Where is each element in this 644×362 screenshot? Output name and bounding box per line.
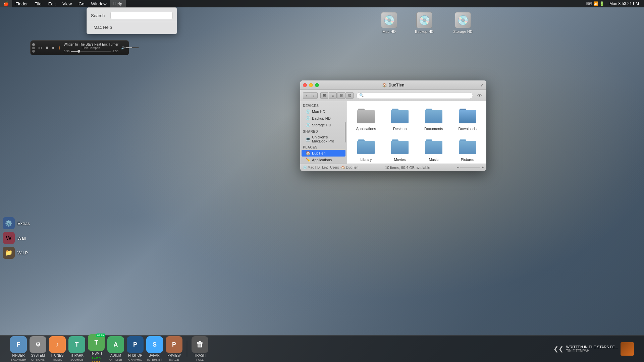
itunes-dock-icon: ♪ <box>49 336 66 353</box>
progress-bar-track[interactable] <box>71 51 111 52</box>
storage-hd-icon[interactable]: 💿 Storage HD <box>449 12 476 34</box>
finder-menu[interactable]: Finder <box>12 0 31 7</box>
movies-folder[interactable]: Movies <box>384 135 416 164</box>
sidebar-backup-hd[interactable]: 💿 Backup HD <box>300 115 347 122</box>
bc-users[interactable]: Users <box>330 166 339 169</box>
resize-handle[interactable] <box>482 166 486 170</box>
tnsmit-dock-item[interactable]: T 89.9K TNSMIT 89.9 K 41.0 K <box>88 334 105 362</box>
finder-search-box[interactable]: 🔍 <box>356 92 473 99</box>
preview-dock-item[interactable]: P PRVIEW IMAGE <box>166 336 182 361</box>
extras-dock-item[interactable]: ⚙️ Extras <box>3 217 30 229</box>
bc-ductien-label[interactable]: DucTien <box>346 166 358 169</box>
finder-dock-sublabel: BROWSER <box>11 358 26 361</box>
itunes-dock-item[interactable]: ♪ ITUNES MUSIC <box>49 336 66 361</box>
sidebar-pictures[interactable]: 🖼️ Pictures <box>300 163 347 164</box>
player-controls: ⏮ ⏸ ⏭ <box>37 45 57 51</box>
safari-dock-icon: S <box>146 336 163 353</box>
thpark-dock-item[interactable]: T THPARK SOURCE <box>68 336 85 361</box>
finder-fullscreen-btn[interactable]: ⤢ <box>480 83 484 87</box>
prev-button[interactable]: ⏮ <box>37 45 43 51</box>
finder-toolbar: ‹ › ⊞ ≡ ⊟ ⊡ 🔍 👁 <box>300 90 486 101</box>
help-dropdown: Search Mac Help <box>87 7 177 34</box>
wip-dock-item[interactable]: 📁 W.I.P <box>3 247 30 259</box>
downloads-folder-label: Downloads <box>458 127 476 131</box>
sidebar-ductien-label: DucTien <box>312 151 326 155</box>
view-menu[interactable]: View <box>59 0 75 7</box>
back-button[interactable]: ‹ <box>303 92 310 99</box>
minimize-button[interactable] <box>309 83 313 87</box>
window-menu[interactable]: Window <box>88 0 110 7</box>
photoshop-dock-icon: P <box>127 336 144 353</box>
maximize-button[interactable] <box>315 83 319 87</box>
extras-icon: ⚙️ <box>3 217 15 229</box>
help-search-label: Search <box>91 13 108 18</box>
quick-look-btn[interactable]: 👁 <box>476 92 484 99</box>
applications-folder[interactable]: Applications <box>351 105 382 133</box>
zoom-track[interactable] <box>460 167 480 168</box>
pause-button[interactable]: ⏸ <box>44 45 50 51</box>
desktop-folder[interactable]: Desktop <box>384 105 416 133</box>
sidebar-scrollbar[interactable] <box>345 122 346 142</box>
file-menu[interactable]: File <box>31 0 45 7</box>
system-dock-sublabel: OPTIONS <box>31 358 45 361</box>
finder-title-text: DucTien <box>388 83 404 87</box>
go-menu[interactable]: Go <box>75 0 88 7</box>
menubar: 🍎 Finder File Edit View Go Window Help ⌨… <box>0 0 644 7</box>
volume-bar-track[interactable] <box>125 47 139 48</box>
system-dock-item[interactable]: ⚙ SYSTEM OPTIONS <box>30 336 46 361</box>
clock: Mon 3:53:21 PM <box>608 1 641 6</box>
edit-menu[interactable]: Edit <box>45 0 59 7</box>
list-view-btn[interactable]: ≡ <box>329 92 337 99</box>
player-dot-btn-3[interactable] <box>32 50 35 53</box>
macbook-pro-icon: 💻 <box>306 137 310 141</box>
backup-hd-label: Backup HD <box>415 29 434 34</box>
sidebar-mac-hd[interactable]: 💿 Mac HD <box>300 108 347 115</box>
photoshop-dock-item[interactable]: P PHSHOP GRAPHIC <box>127 336 144 361</box>
wall-label: Wall <box>17 236 26 241</box>
progress-handle <box>77 50 80 53</box>
sidebar-storage-hd-label: Storage HD <box>312 123 331 127</box>
desktop-folder-label: Desktop <box>393 127 407 131</box>
pictures-folder[interactable]: Pictures <box>452 135 483 164</box>
finder-titlebar: 🏠 DucTien ⤢ <box>300 80 486 90</box>
sidebar-ductien[interactable]: 🏠 DucTien <box>302 150 345 157</box>
backup-hd-icon[interactable]: 💿 Backup HD <box>411 12 438 34</box>
preview-dock-label: PRVIEW <box>167 354 180 357</box>
finder-dock-item[interactable]: F FINDER BROWSER <box>10 336 27 361</box>
sidebar-macbook-label: Chicken's MacBook Pro <box>312 135 344 143</box>
library-folder[interactable]: Library <box>351 135 382 164</box>
player-title: Written In The Stars Feat Eric Turner <box>64 43 118 46</box>
svg-line-0 <box>483 168 486 170</box>
help-search-input[interactable] <box>110 12 173 19</box>
mac-help-item[interactable]: Mac Help <box>87 23 177 31</box>
applications-sidebar-icon: ✏️ <box>306 158 310 162</box>
adium-dock-item[interactable]: A ADIUM OFFLINE <box>107 336 124 361</box>
sidebar-applications[interactable]: ✏️ Applications <box>300 157 347 163</box>
documents-folder[interactable]: Documents <box>418 105 449 133</box>
icon-view-btn[interactable]: ⊞ <box>320 92 328 99</box>
downloads-folder[interactable]: Downloads <box>452 105 483 133</box>
bc-mac-hd[interactable]: Mac HD <box>308 166 320 169</box>
forward-button[interactable]: › <box>310 92 318 99</box>
coverflow-view-btn[interactable]: ⊡ <box>345 92 354 99</box>
apple-menu[interactable]: 🍎 <box>0 0 12 7</box>
wall-dock-item[interactable]: W Wall <box>3 232 30 244</box>
sidebar-macbook-pro[interactable]: 💻 Chicken's MacBook Pro <box>300 134 347 144</box>
sidebar-backup-hd-label: Backup HD <box>312 116 331 120</box>
trash-dock-item[interactable]: 🗑 TRASH FULL <box>192 336 208 361</box>
next-button[interactable]: ⏭ <box>51 45 57 51</box>
music-folder-icon <box>424 137 443 156</box>
sidebar-storage-hd[interactable]: 💿 Storage HD <box>300 122 347 128</box>
help-menu-trigger[interactable]: Help <box>110 0 126 7</box>
player-dot-btn-1[interactable] <box>32 43 35 46</box>
column-view-btn[interactable]: ⊟ <box>337 92 345 99</box>
music-folder[interactable]: Music <box>418 135 449 164</box>
close-button[interactable] <box>303 83 307 87</box>
np-left-arrow[interactable]: ❮❮ <box>553 345 564 353</box>
mac-hd-icon[interactable]: 💿 Mac HD <box>376 12 402 34</box>
zoom-out-btn[interactable]: − <box>457 166 459 169</box>
bc-lez[interactable]: LeZ <box>322 166 328 169</box>
safari-dock-item[interactable]: S SAFARI INTERNET <box>146 336 163 361</box>
player-dot-btn-2[interactable] <box>32 47 35 49</box>
finder-main-area: Applications Desktop <box>347 101 486 164</box>
